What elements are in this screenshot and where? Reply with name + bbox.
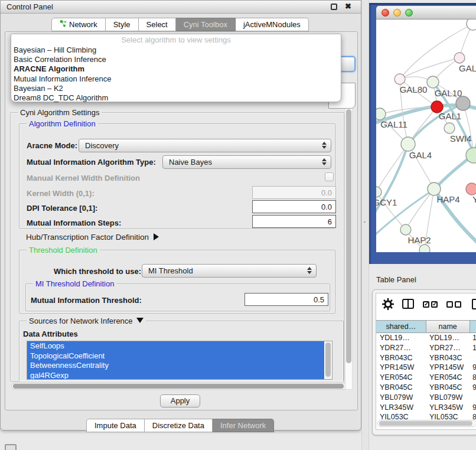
- control-panel-titlebar[interactable]: Control Panel ✖: [1, 1, 361, 14]
- table-row[interactable]: YER054CYER054C8.: [376, 373, 476, 383]
- hub-section-label: Hub/Transcription Factor Definition: [26, 233, 149, 242]
- sources-title-wrap[interactable]: Sources for Network Inference: [27, 317, 146, 325]
- cell: 9.: [472, 403, 476, 412]
- mi-steps-field[interactable]: 6: [252, 215, 336, 228]
- node-label-gal10: GAL10: [435, 88, 462, 98]
- algorithm-definition-group: Algorithm Definition Aracne Mode: Discov…: [19, 123, 335, 229]
- float-window-icon[interactable]: [331, 4, 337, 10]
- table-horizontal-scrollbar[interactable]: [377, 420, 476, 427]
- node-label-gcy1: GCY1: [376, 197, 397, 207]
- mi-algorithm-type-select[interactable]: Naive Bayes: [162, 155, 331, 169]
- attribute-item-selfloops[interactable]: SelfLoops: [27, 341, 324, 351]
- table-header-row: shared…name: [376, 320, 476, 333]
- network-node-gal11[interactable]: [376, 108, 386, 120]
- table-panel-title: Table Panel: [376, 275, 416, 284]
- mi-threshold-value: 0.5: [314, 295, 324, 304]
- aracne-mode-select[interactable]: Discovery: [79, 139, 331, 152]
- cell: YPR145W: [429, 363, 464, 371]
- table-row[interactable]: YDL19…YDL19…13: [376, 333, 476, 343]
- unchecked-box-icon[interactable]: [446, 301, 453, 308]
- network-node[interactable]: [467, 19, 476, 30]
- cyni-bottom-tabbar: Impute DataDiscretize DataInfer Network: [86, 419, 274, 432]
- column-header-shared[interactable]: shared…: [376, 321, 426, 332]
- algorithm-prompt: Select algorithm to view settings: [11, 35, 341, 44]
- node-label-hap4: HAP4: [436, 194, 459, 204]
- network-node-hap2[interactable]: [400, 224, 411, 235]
- tab-cyni-toolbox[interactable]: Cyni Toolbox: [176, 18, 236, 31]
- bottom-tab-discretize-data[interactable]: Discretize Data: [145, 419, 213, 432]
- close-traffic-light-icon[interactable]: [382, 9, 389, 17]
- attribute-item-betweennesscentrality[interactable]: BetweennessCentrality: [27, 361, 324, 371]
- network-node-gal80[interactable]: [395, 74, 405, 84]
- network-node-y[interactable]: [466, 183, 476, 195]
- zoom-traffic-light-icon[interactable]: [405, 9, 413, 17]
- table-row[interactable]: YLR345WYLR345W9.: [376, 403, 476, 413]
- table-row[interactable]: YBL079WYBL079W: [376, 393, 476, 403]
- network-node[interactable]: [419, 244, 430, 252]
- table-row[interactable]: YBR043CYBR043C: [376, 353, 476, 363]
- bottom-tab-infer-network[interactable]: Infer Network: [213, 419, 274, 432]
- which-threshold-select[interactable]: MI Threshold: [142, 264, 317, 278]
- node-label-gal: GAL: [459, 63, 476, 73]
- column-header-name[interactable]: name: [426, 321, 470, 332]
- algorithm-option-dream8-dc-tdc-algorithm[interactable]: Dream8 DC_TDC Algorithm: [12, 93, 340, 103]
- network-node-gal4[interactable]: [401, 137, 415, 151]
- hub-transcription-factor-section[interactable]: Hub/Transcription Factor Definition: [26, 233, 159, 242]
- table-row[interactable]: YDR27…YDR27…12: [376, 343, 476, 353]
- network-node[interactable]: [456, 96, 470, 110]
- kernel-width-value: 0.0: [321, 188, 332, 197]
- mi-threshold-field[interactable]: 0.5: [244, 293, 328, 306]
- tab-style[interactable]: Style: [106, 18, 139, 31]
- checked-box-icon[interactable]: [431, 301, 438, 308]
- mi-threshold-definition-group: MI Threshold Definition Mutual Informati…: [25, 283, 330, 311]
- algorithm-option-basic-correlation-inference[interactable]: Basic Correlation Inference: [12, 55, 340, 64]
- split-panel-icon[interactable]: [402, 299, 414, 309]
- tab-select[interactable]: Select: [139, 18, 176, 31]
- apply-button[interactable]: Apply: [160, 394, 200, 407]
- algorithm-option-bayesian-k2[interactable]: Bayesian – K2: [12, 84, 340, 93]
- attributes-scrollbar[interactable]: [325, 342, 331, 380]
- data-attributes-label: Data Attributes: [23, 330, 78, 338]
- settings-vertical-scrollbar[interactable]: [345, 107, 353, 390]
- column-header-clipped[interactable]: [470, 321, 476, 332]
- panel-splitter[interactable]: [361, 0, 369, 450]
- algorithm-option-bayesian-hill-climbing[interactable]: Bayesian – Hill Climbing: [12, 45, 340, 55]
- bottom-tab-impute-data[interactable]: Impute Data: [86, 419, 145, 432]
- unchecked-box-icon[interactable]: [455, 301, 461, 308]
- settings-group-title: Cyni Algorithm Settings: [18, 108, 102, 117]
- network-window-titlebar[interactable]: [376, 6, 476, 19]
- data-attributes-list[interactable]: SelfLoopsTopologicalCoefficientBetweenne…: [27, 341, 332, 380]
- cell: YBR043C: [429, 354, 462, 362]
- tab-network[interactable]: Network: [51, 18, 106, 31]
- cell: YDL19…: [429, 334, 459, 342]
- table-function-icon[interactable]: [472, 299, 476, 309]
- collapse-arrow-icon: [136, 318, 144, 323]
- network-node-gcy1[interactable]: [376, 187, 382, 197]
- network-node-gal10[interactable]: [427, 76, 439, 88]
- table-settings-gear-icon[interactable]: [382, 298, 394, 310]
- network-node-swi4[interactable]: [444, 123, 455, 133]
- table-row[interactable]: YBR045CYBR045C9.: [376, 383, 476, 393]
- network-node-hap4[interactable]: [428, 182, 441, 195]
- manual-kernel-checkbox[interactable]: [325, 172, 334, 181]
- splitter-handle-icon[interactable]: •: [364, 220, 367, 224]
- algorithm-option-mutual-information-inference[interactable]: Mutual Information Inference: [12, 74, 340, 84]
- attribute-item-gal4rgexp[interactable]: gal4RGexp: [27, 371, 324, 380]
- attribute-item-topologicalcoefficient[interactable]: TopologicalCoefficient: [27, 351, 324, 361]
- network-node-gal[interactable]: [454, 53, 465, 63]
- algorithm-options-list: Bayesian – Hill ClimbingBasic Correlatio…: [12, 45, 340, 103]
- cell: YDR27…: [429, 344, 461, 352]
- settings-horizontal-scrollbar[interactable]: [11, 383, 353, 390]
- expand-arrow-icon: [154, 233, 159, 240]
- algorithm-option-aracne-algorithm[interactable]: ARACNE Algorithm: [12, 64, 340, 74]
- network-canvas[interactable]: GALGAL80GAL10GAL1GAL11SWI4GAL4GCY1HAP4YH…: [376, 19, 476, 252]
- collapsed-panel-icon[interactable]: [5, 444, 17, 450]
- kernel-width-field[interactable]: 0.0: [252, 186, 336, 199]
- tab-jactivemnodules[interactable]: jActiveMNodules: [236, 18, 309, 31]
- dpi-tolerance-field[interactable]: 0.0: [252, 200, 336, 213]
- minimize-traffic-light-icon[interactable]: [393, 9, 401, 17]
- close-icon[interactable]: ✖: [345, 2, 351, 11]
- tab-style-label: Style: [113, 18, 131, 31]
- checked-box-icon[interactable]: [423, 301, 429, 308]
- table-row[interactable]: YPR145WYPR145W9.: [376, 363, 476, 373]
